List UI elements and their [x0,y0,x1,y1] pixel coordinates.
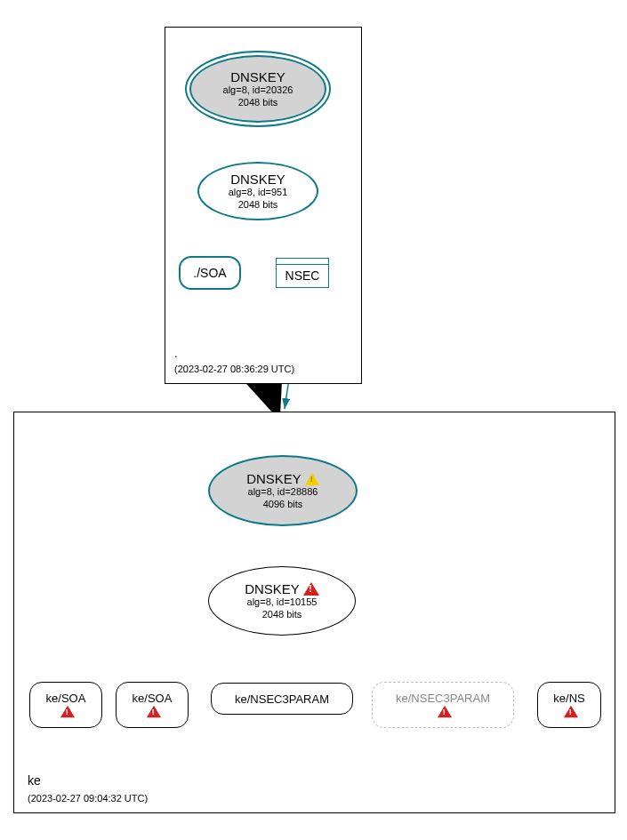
error-icon [60,706,75,718]
ke-n3p2-node: ke/NSEC3PARAM [372,682,514,728]
ke-n3p1-label: ke/NSEC3PARAM [235,692,329,706]
root-zsk-bits: 2048 bits [238,199,278,211]
error-icon [564,706,578,718]
zone-root-timestamp: (2023-02-27 08:36:29 UTC) [174,364,294,374]
warning-icon [305,473,319,485]
ke-ns-node: ke/NS [537,682,601,728]
root-nsec-label: NSEC [285,268,320,283]
root-ksk-title: DNSKEY [230,69,285,84]
zone-ke-timestamp: (2023-02-27 09:04:32 UTC) [28,793,148,804]
root-ksk-bits: 2048 bits [238,97,278,108]
ke-ksk-alg: alg=8, id=28886 [248,486,318,498]
ke-ksk-title: DNSKEY [246,471,319,486]
ke-n3p2-label: ke/NSEC3PARAM [396,692,490,705]
ke-soa2-label: ke/SOA [133,692,173,705]
ke-soa1-label: ke/SOA [46,692,86,705]
root-soa-node: ./SOA [179,256,241,290]
root-soa-label: ./SOA [193,266,226,280]
root-zsk-alg: alg=8, id=951 [229,187,288,198]
error-icon [147,706,161,718]
ke-ksk-bits: 4096 bits [263,499,303,510]
ke-n3p1-node: ke/NSEC3PARAM [211,683,353,715]
root-ksk-alg: alg=8, id=20326 [223,84,293,96]
error-icon [438,706,452,718]
ke-ns-label: ke/NS [553,692,584,705]
root-nsec-node: NSEC [276,258,329,288]
ke-ksk-node: DNSKEY alg=8, id=28886 4096 bits [208,455,358,526]
root-zsk-node: DNSKEY alg=8, id=951 2048 bits [197,162,318,220]
error-icon [303,582,319,596]
ke-zsk-bits: 2048 bits [262,609,302,620]
ke-zsk-node: DNSKEY alg=8, id=10155 2048 bits [208,566,356,636]
ke-soa2-node: ke/SOA [116,682,189,728]
zone-root-name: . [174,347,178,360]
root-zsk-title: DNSKEY [230,172,285,187]
ke-soa1-node: ke/SOA [29,682,102,728]
root-ksk-node: DNSKEY alg=8, id=20326 2048 bits [189,55,326,123]
zone-ke-name: ke [28,773,41,788]
ke-zsk-alg: alg=8, id=10155 [247,596,318,608]
ke-zsk-title: DNSKEY [245,581,319,596]
